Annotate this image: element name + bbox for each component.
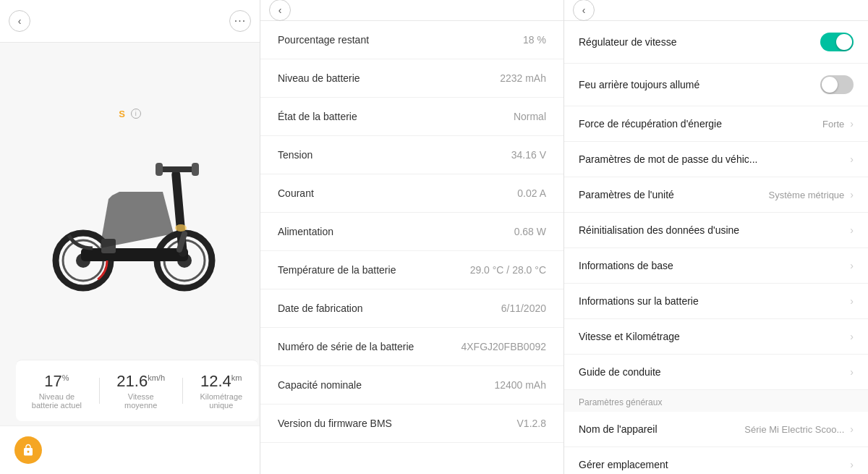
setting-label-5: Réinitialisation des données d'usine xyxy=(579,224,850,236)
toggle-thumb-0 xyxy=(836,34,852,50)
battery-row-label: Pourcentage restant xyxy=(278,34,369,46)
stat-speed-unit: km/h xyxy=(148,373,165,382)
chevron-icon-9: › xyxy=(850,366,854,378)
setting-row[interactable]: Force de récupération d'énergie Forte › xyxy=(564,106,868,142)
svg-rect-9 xyxy=(156,163,163,176)
battery-row: Date de fabrication 6/11/2020 xyxy=(260,289,563,328)
setting-right-5: › xyxy=(850,224,854,236)
stat-battery-value: 17% xyxy=(44,372,69,391)
svg-rect-10 xyxy=(192,163,199,176)
battery-row-label: Numéro de série de la batterie xyxy=(278,341,414,352)
setting-row[interactable]: Paramètres de mot de passe du véhic... › xyxy=(564,142,868,177)
battery-row-label: Niveau de batterie xyxy=(278,72,360,84)
setting-label-6: Informations de base xyxy=(579,260,850,271)
stat-battery-unit: % xyxy=(62,373,69,382)
battery-row-value: 0.68 W xyxy=(514,226,546,237)
more-button[interactable]: ··· xyxy=(229,10,251,32)
toggle-thumb-1 xyxy=(822,77,838,93)
battery-row-value: 4XFGJ20FBB0092 xyxy=(461,341,546,352)
setting-row[interactable]: Informations de base › xyxy=(564,248,868,284)
toggle-0[interactable] xyxy=(820,33,854,51)
setting-label-1: Feu arrière toujours allumé xyxy=(579,79,820,90)
chevron-icon-7: › xyxy=(850,295,854,307)
battery-row-value: 6/11/2020 xyxy=(501,302,546,314)
setting-row[interactable]: Réinitialisation des données d'usine › xyxy=(564,213,868,248)
setting-right-6: › xyxy=(850,260,854,271)
battery-row: Courant 0.02 A xyxy=(260,174,563,213)
setting-right-8: › xyxy=(850,331,854,342)
general-chevron-icon-1: › xyxy=(850,459,854,470)
stats-row: 17% Niveau debatterie actuel 21.6km/h Vi… xyxy=(16,360,258,421)
chevron-icon-6: › xyxy=(850,260,854,271)
back-button-left[interactable]: ‹ xyxy=(9,10,30,32)
stat-speed: 21.6km/h Vitessemoyenne xyxy=(116,372,165,410)
chevron-icon-4: › xyxy=(850,189,854,200)
general-setting-right-0: Série Mi Electric Scoo... › xyxy=(744,423,854,435)
battery-row-label: Courant xyxy=(278,187,314,199)
panel-battery: ‹ Pourcentage restant 18 % Niveau de bat… xyxy=(260,0,564,474)
toggle-1[interactable] xyxy=(820,75,854,94)
svg-rect-8 xyxy=(159,166,195,172)
setting-row[interactable]: Paramètres de l'unité Système métrique › xyxy=(564,177,868,213)
battery-row: Version du firmware BMS V1.2.8 xyxy=(260,405,563,443)
battery-info-list: Pourcentage restant 18 % Niveau de batte… xyxy=(260,21,563,474)
setting-right-4: Système métrique › xyxy=(769,189,854,200)
stat-km-unit: km xyxy=(231,373,242,382)
setting-right-9: › xyxy=(850,366,854,378)
stat-km-value: 12.4km xyxy=(200,372,242,391)
info-icon[interactable]: i xyxy=(131,109,141,119)
setting-right-7: › xyxy=(850,295,854,307)
panel-settings: ‹ Régulateur de vitesse Feu arrière touj… xyxy=(564,0,868,474)
battery-row-value: 34.16 V xyxy=(511,149,546,161)
stat-speed-label: Vitessemoyenne xyxy=(124,392,157,410)
speed-display xyxy=(129,98,131,107)
setting-value-2: Forte xyxy=(822,119,844,130)
battery-row: État de la batterie Normal xyxy=(260,98,563,136)
setting-row[interactable]: Régulateur de vitesse xyxy=(564,21,868,64)
settings-section-header: Paramètres généraux xyxy=(564,390,868,412)
battery-row-label: Alimentation xyxy=(278,226,333,237)
setting-row[interactable]: Guide de conduite › xyxy=(564,355,868,390)
battery-row-value: 18 % xyxy=(523,34,546,46)
general-setting-row[interactable]: Nom de l'appareil Série Mi Electric Scoo… xyxy=(564,412,868,447)
stat-battery-label: Niveau debatterie actuel xyxy=(32,392,82,410)
setting-label-9: Guide de conduite xyxy=(579,366,850,378)
setting-label-7: Informations sur la batterie xyxy=(579,295,850,307)
setting-row[interactable]: Informations sur la batterie › xyxy=(564,284,868,319)
battery-row-value: 0.02 A xyxy=(517,187,546,199)
stat-battery: 17% Niveau debatterie actuel xyxy=(32,372,82,410)
battery-row: Capacité nominale 12400 mAh xyxy=(260,366,563,405)
general-setting-row[interactable]: Gérer emplacement › xyxy=(564,447,868,474)
scooter-display-area: S i xyxy=(0,43,260,355)
battery-row-value: 2232 mAh xyxy=(500,72,546,84)
battery-row: Alimentation 0.68 W xyxy=(260,213,563,251)
setting-label-2: Force de récupération d'énergie xyxy=(579,118,822,130)
battery-row-label: État de la batterie xyxy=(278,111,357,122)
stat-divider-2 xyxy=(182,378,183,404)
battery-row: Température de la batterie 29.0 °C / 28.… xyxy=(260,251,563,289)
battery-row-label: Date de fabrication xyxy=(278,302,363,314)
setting-row[interactable]: Feu arrière toujours allumé xyxy=(564,64,868,106)
battery-row: Numéro de série de la batterie 4XFGJ20FB… xyxy=(260,328,563,366)
chevron-icon-3: › xyxy=(850,153,854,165)
chevron-icon-2: › xyxy=(850,118,854,130)
stat-km-label: Kilométrageunique xyxy=(200,392,242,410)
stat-km: 12.4km Kilométrageunique xyxy=(200,372,242,410)
back-button-mid[interactable]: ‹ xyxy=(269,0,291,21)
battery-row-value: 29.0 °C / 28.0 °C xyxy=(470,264,546,276)
battery-row-value: V1.2.8 xyxy=(517,418,546,429)
battery-row-label: Tension xyxy=(278,149,312,161)
setting-label-8: Vitesse et Kilométrage xyxy=(579,331,850,342)
svg-rect-6 xyxy=(81,248,188,261)
battery-row-value: Normal xyxy=(514,111,546,122)
back-button-right[interactable]: ‹ xyxy=(573,0,595,21)
stat-speed-value: 21.6km/h xyxy=(116,372,165,391)
lock-bar[interactable] xyxy=(0,426,260,474)
settings-list: Régulateur de vitesse Feu arrière toujou… xyxy=(564,21,868,474)
chevron-icon-5: › xyxy=(850,224,854,236)
setting-value-4: Système métrique xyxy=(769,190,845,200)
setting-row[interactable]: Vitesse et Kilométrage › xyxy=(564,319,868,355)
panel-left-header: ‹ ··· xyxy=(0,0,260,43)
scooter-image xyxy=(36,127,224,293)
mode-label: S i xyxy=(119,109,141,119)
